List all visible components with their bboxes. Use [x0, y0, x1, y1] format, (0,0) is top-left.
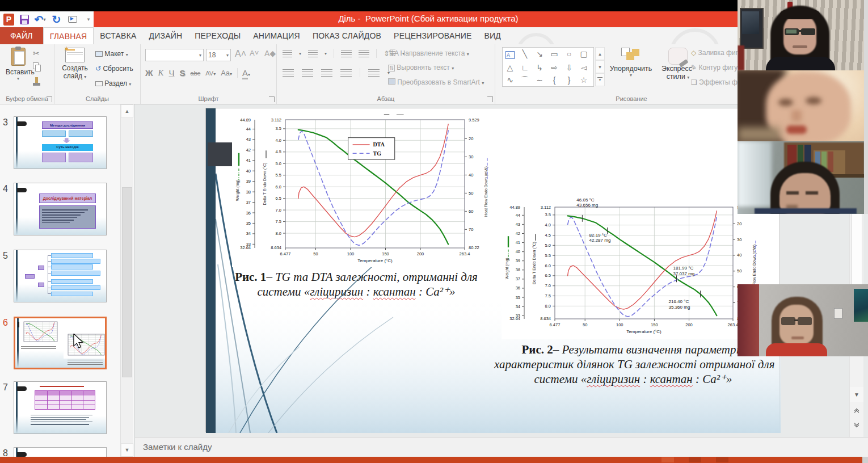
tab-вид[interactable]: ВИД: [478, 27, 507, 44]
undo-icon[interactable]: ↶▾: [35, 14, 46, 25]
numbering-icon[interactable]: [308, 50, 318, 57]
tg-dta-chart-2[interactable]: 44434241403938373635343344.8932.643.54.0…: [502, 195, 765, 339]
convert-smartart-button[interactable]: Преобразовать в SmartArt ▾: [388, 78, 484, 86]
shapes-scroll-up[interactable]: ▴: [595, 47, 605, 60]
save-icon[interactable]: [20, 15, 28, 24]
paste-button[interactable]: Вставить ▾: [6, 48, 31, 81]
shapes-more[interactable]: ▾: [595, 73, 605, 86]
arrange-button[interactable]: Упорядочить ▾: [606, 48, 655, 78]
taskbar[interactable]: [0, 457, 862, 463]
powerpoint-logo-icon[interactable]: P: [3, 14, 14, 26]
tab-файл[interactable]: ФАЙЛ: [0, 27, 43, 44]
main-scrollbar[interactable]: ▼: [849, 104, 863, 457]
slide-thumbnail-5[interactable]: [14, 250, 107, 302]
main-scroll-thumb[interactable]: [851, 120, 862, 285]
start-slideshow-icon[interactable]: [68, 14, 78, 25]
bold-button[interactable]: Ж: [145, 68, 153, 78]
slide-canvas-area[interactable]: 44434241403938373635343344.8932.643.54.0…: [135, 104, 868, 437]
clipboard-dialog-launcher[interactable]: [47, 96, 52, 102]
shape-arc-icon[interactable]: ⌒: [517, 74, 532, 87]
copy-icon[interactable]: [33, 62, 39, 69]
decrease-indent-icon[interactable]: [341, 50, 352, 57]
shape-effects-button[interactable]: ❑ Эффекты фигур: [691, 78, 751, 86]
notes-panel[interactable]: Заметки к слайду: [135, 437, 868, 457]
slide-thumbnail-6[interactable]: [14, 317, 107, 369]
main-scroll-down[interactable]: ▼: [850, 387, 863, 402]
text-shadow-button[interactable]: S: [180, 68, 186, 78]
shape-right-arrow-icon[interactable]: ⇨: [547, 61, 562, 74]
tab-дизайн[interactable]: ДИЗАЙН: [143, 27, 189, 44]
taskbar-icon[interactable]: [689, 457, 701, 462]
thumb-scroll-down[interactable]: ▼: [121, 443, 133, 457]
tab-главная[interactable]: ГЛАВНАЯ: [43, 27, 94, 44]
italic-button[interactable]: К: [158, 68, 164, 78]
thumb-scroll-up[interactable]: ▲: [121, 104, 133, 118]
shape-elbow-arrow-icon[interactable]: ↳: [532, 61, 547, 74]
shape-triangle-icon[interactable]: △: [503, 61, 517, 74]
shape-fill-button[interactable]: ◇ Заливка фигуры: [691, 49, 750, 57]
shrink-font-button[interactable]: A˅: [250, 49, 259, 57]
font-dialog-launcher[interactable]: [269, 96, 275, 102]
tab-рецензирование[interactable]: РЕЦЕНЗИРОВАНИЕ: [387, 27, 478, 44]
thumb-scroll-thumb[interactable]: [122, 187, 132, 377]
shape-elbow-icon[interactable]: ∟: [517, 61, 532, 74]
current-slide[interactable]: 44434241403938373635343344.8932.643.54.0…: [205, 108, 780, 432]
tab-вставка[interactable]: ВСТАВКА: [94, 27, 142, 44]
format-painter-icon[interactable]: [33, 77, 40, 86]
change-case-button[interactable]: Aa▾: [221, 69, 232, 77]
shape-rounded-rectangle-icon[interactable]: ▢: [576, 48, 591, 60]
thumbnail-scrollbar[interactable]: ▲ ▼: [120, 104, 133, 457]
shape-oval-icon[interactable]: ○: [562, 48, 576, 60]
figure1-caption[interactable]: Рис. 1– TG та DTA залежності, отриманні …: [234, 270, 478, 299]
tg-dta-chart-1[interactable]: 44434241403938373635343344.8932.643.54.0…: [232, 110, 494, 267]
shape-line-icon[interactable]: ╲: [517, 48, 532, 60]
shape-brace-right-icon[interactable]: }: [562, 74, 576, 86]
reset-button[interactable]: ↺ Сбросить: [95, 65, 133, 73]
shapes-scroll-down[interactable]: ▾: [595, 60, 605, 73]
redo-icon[interactable]: ↻: [51, 14, 61, 25]
paragraph-dialog-launcher[interactable]: [487, 96, 493, 102]
taskbar-icon[interactable]: [661, 457, 674, 462]
customize-qat-icon[interactable]: ▾: [83, 14, 94, 25]
grow-font-button[interactable]: A˄: [235, 49, 246, 59]
font-size-combo[interactable]: 18▾: [206, 49, 231, 61]
tab-анимация[interactable]: АНИМАЦИЯ: [247, 27, 306, 44]
next-slide-button[interactable]: [850, 416, 863, 431]
shapes-gallery[interactable]: A╲↘▭○▢△∟↳⇨⇩◅∿⌒∼{}☆: [502, 47, 594, 87]
taskbar-icon[interactable]: [716, 457, 728, 462]
text-direction-button[interactable]: ⇅A Направление текста ▾: [388, 49, 469, 57]
shape-outline-button[interactable]: ✎ Контур фигуры: [691, 64, 746, 71]
align-left-icon[interactable]: [283, 69, 294, 77]
increase-indent-icon[interactable]: [359, 50, 369, 57]
slide-thumbnail-4[interactable]: Досліджуваний матеріал: [14, 183, 107, 235]
new-slide-button[interactable]: ✶ Создать слайд ▾: [60, 48, 90, 80]
strikethrough-button[interactable]: abc: [191, 70, 201, 77]
shape-textbox-icon[interactable]: A: [503, 49, 517, 61]
font-color-button[interactable]: А▾: [237, 68, 250, 78]
tab-переходы[interactable]: ПЕРЕХОДЫ: [188, 27, 247, 44]
shape-scribble-icon[interactable]: ∿: [503, 74, 517, 86]
slide-thumbnail-7[interactable]: [14, 381, 107, 434]
tab-показ-слайдов[interactable]: ПОКАЗ СЛАЙДОВ: [306, 27, 387, 44]
align-right-icon[interactable]: [321, 69, 332, 77]
cut-icon[interactable]: ✂: [33, 49, 40, 58]
clear-formatting-button[interactable]: A◆: [264, 49, 276, 58]
shape-curve-icon[interactable]: ∼: [532, 74, 547, 86]
shape-freeform-icon[interactable]: ◅: [576, 61, 591, 74]
shape-arrow-line-icon[interactable]: ↘: [532, 48, 547, 60]
columns-icon[interactable]: [368, 69, 380, 77]
align-center-icon[interactable]: [302, 69, 313, 77]
bullets-icon[interactable]: [283, 50, 292, 57]
shape-star-icon[interactable]: ☆: [576, 74, 591, 86]
underline-button[interactable]: Ч: [169, 68, 175, 78]
figure2-caption[interactable]: Рис. 2– Результати визначення параметрів…: [494, 342, 772, 386]
align-text-button[interactable]: ⇅ Выровнять текст ▾: [388, 64, 454, 71]
layout-button[interactable]: Макет ▾: [95, 50, 128, 58]
font-name-combo[interactable]: ▾: [145, 49, 204, 61]
justify-icon[interactable]: [340, 69, 352, 77]
slide-thumbnail-3[interactable]: Методи дослідженняСуть методів: [14, 116, 107, 169]
section-button[interactable]: Раздел ▾: [95, 79, 131, 87]
shape-brace-left-icon[interactable]: {: [547, 74, 562, 86]
character-spacing-button[interactable]: AV▾: [205, 70, 216, 77]
shape-down-arrow-icon[interactable]: ⇩: [562, 61, 576, 74]
